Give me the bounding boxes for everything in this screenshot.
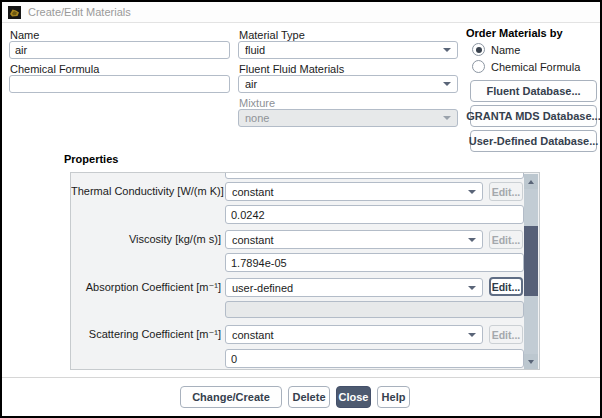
granta-mds-database-button[interactable]: GRANTA MDS Database...	[470, 105, 597, 127]
material-type-value: fluid	[245, 44, 443, 56]
scroll-up-icon	[528, 180, 534, 184]
create-edit-materials-dialog: Create/Edit Materials Name Chemical Form…	[0, 0, 602, 418]
viscosity-method-dropdown[interactable]: constant	[225, 230, 483, 249]
clipped-input-above[interactable]	[225, 172, 524, 179]
material-type-dropdown[interactable]: fluid	[238, 41, 458, 59]
user-defined-database-button[interactable]: User-Defined Database...	[470, 130, 597, 152]
scattering-coefficient-label: Scattering Coefficient [m⁻¹]	[71, 325, 221, 344]
title-bar: Create/Edit Materials	[2, 2, 600, 23]
material-type-label: Material Type	[239, 29, 305, 41]
radio-order-by-chemical-formula[interactable]: Chemical Formula	[472, 60, 580, 73]
scattering-coefficient-method-dropdown[interactable]: constant	[225, 325, 483, 344]
absorption-coefficient-value-input	[225, 301, 524, 318]
change-create-button[interactable]: Change/Create	[180, 386, 282, 408]
scrollbar-thumb[interactable]	[524, 226, 538, 296]
radio-name-label: Name	[491, 44, 520, 56]
footer-separator	[2, 377, 600, 378]
absorption-coefficient-label: Absorption Coefficient [m⁻¹]	[71, 278, 221, 297]
chemical-formula-input[interactable]	[9, 75, 230, 93]
window-title: Create/Edit Materials	[28, 6, 131, 18]
chevron-down-icon	[468, 238, 476, 242]
chevron-down-icon	[443, 82, 451, 86]
close-button[interactable]: Close	[336, 386, 371, 408]
viscosity-label: Viscosity [kg/(m s)]	[71, 230, 221, 249]
viscosity-edit-button: Edit...	[489, 230, 523, 249]
viscosity-value-input[interactable]	[225, 253, 524, 272]
chevron-down-icon	[468, 190, 476, 194]
properties-scrollbar[interactable]	[524, 174, 538, 369]
absorption-coefficient-method-dropdown[interactable]: user-defined	[225, 278, 483, 297]
properties-panel: Thermal Conductivity [W/(m K)] constant …	[70, 172, 540, 370]
delete-button[interactable]: Delete	[288, 386, 330, 408]
radio-chemical-formula-label: Chemical Formula	[491, 61, 580, 73]
thermal-conductivity-value-input[interactable]	[225, 205, 524, 224]
scattering-coefficient-method: constant	[232, 329, 468, 341]
mixture-label: Mixture	[239, 97, 275, 109]
fluent-fluid-materials-dropdown[interactable]: air	[238, 75, 458, 93]
chemical-formula-label: Chemical Formula	[10, 63, 99, 75]
scroll-down-icon	[528, 360, 534, 364]
mixture-dropdown: none	[238, 109, 458, 127]
clipped-edit-below	[489, 369, 523, 370]
thermal-conductivity-method: constant	[232, 186, 468, 198]
fluent-database-button[interactable]: Fluent Database...	[470, 80, 597, 102]
chevron-down-icon	[443, 116, 451, 120]
fluent-fluid-materials-value: air	[245, 78, 443, 90]
chevron-down-icon	[468, 286, 476, 290]
thermal-conductivity-label: Thermal Conductivity [W/(m K)]	[71, 182, 221, 201]
viscosity-method: constant	[232, 234, 468, 246]
scattering-coefficient-edit-button: Edit...	[489, 325, 523, 344]
properties-label: Properties	[64, 153, 118, 165]
materials-icon	[8, 6, 21, 19]
chevron-down-icon	[468, 333, 476, 337]
order-materials-by-label: Order Materials by	[466, 27, 563, 39]
name-label: Name	[10, 29, 39, 41]
fluent-fluid-materials-label: Fluent Fluid Materials	[239, 63, 344, 75]
absorption-coefficient-edit-button[interactable]: Edit...	[489, 277, 523, 296]
name-input[interactable]	[9, 41, 230, 59]
mixture-value: none	[245, 112, 443, 124]
radio-unselected-icon[interactable]	[472, 60, 485, 73]
scrollbar-down-button[interactable]	[524, 354, 538, 369]
radio-selected-icon[interactable]	[472, 43, 485, 56]
radio-order-by-name[interactable]: Name	[472, 43, 520, 56]
thermal-conductivity-edit-button: Edit...	[489, 182, 523, 201]
absorption-coefficient-method: user-defined	[232, 282, 468, 294]
chevron-down-icon	[443, 48, 451, 52]
scattering-coefficient-value-input[interactable]	[225, 349, 524, 368]
help-button[interactable]: Help	[377, 386, 410, 408]
thermal-conductivity-method-dropdown[interactable]: constant	[225, 182, 483, 201]
scrollbar-up-button[interactable]	[524, 174, 538, 189]
